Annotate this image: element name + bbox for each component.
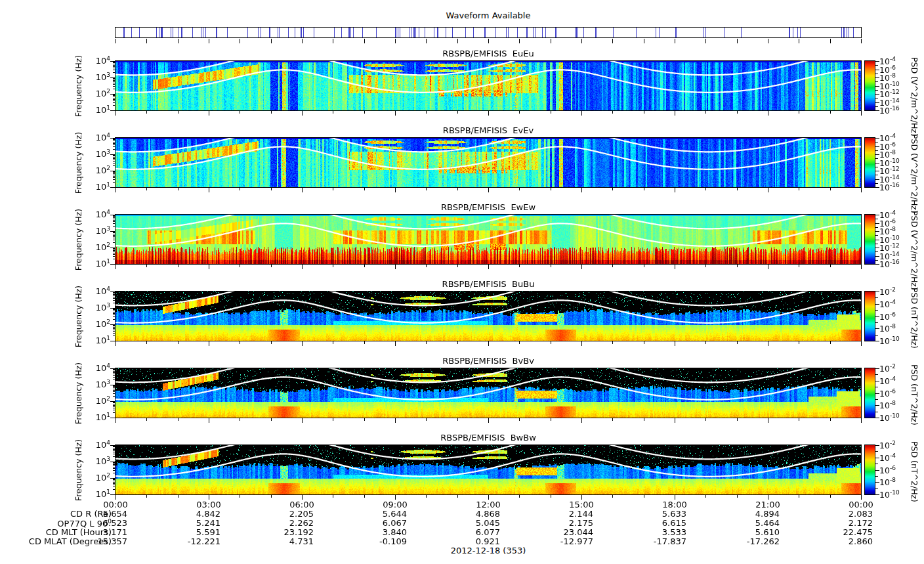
power-base: 10 [879,441,890,450]
power-exponent: -10 [890,489,900,496]
power-exponent: -8 [890,149,896,156]
power-exponent: -4 [890,209,896,216]
colorbar-tick-label: 10-16 [879,105,912,116]
ephemeris-value: 5.633 [631,509,686,519]
power-base: 10 [879,183,890,192]
colorbar-tick-label: 10-16 [879,182,912,192]
power-base: 10 [879,376,890,386]
power-exponent: 3 [106,225,110,232]
power-exponent: 1 [106,412,110,418]
colorbar-tick-label: 10-4 [879,452,912,463]
power-exponent: 4 [106,439,110,446]
freq-tick-label: 102 [81,318,110,329]
power-exponent: -2 [890,363,896,370]
colorbar-tick-label: 10-8 [879,477,912,487]
time-tick-label: 00:00 [94,500,136,510]
time-tick-label: 12:00 [467,500,509,510]
colorbar-tick-label: 10-10 [879,336,912,346]
power-base: 10 [879,401,890,410]
freq-tick-label: 101 [81,335,110,345]
power-base: 10 [879,364,890,374]
ephemeris-value: 23.044 [538,527,593,537]
freq-tick-label: 104 [81,362,110,373]
power-exponent: -6 [890,218,896,225]
ephemeris-value: 5.241 [165,518,220,528]
power-base: 10 [96,440,107,450]
power-exponent: 1 [106,181,110,188]
time-tick-label: 15:00 [560,500,602,510]
ephemeris-value: 2.175 [538,518,593,528]
freq-tick-label: 104 [81,286,110,296]
ephemeris-value: 3.840 [352,527,407,537]
colorbar [865,138,875,187]
ephemeris-value: 22.475 [818,527,873,537]
ephemeris-value: -12.221 [165,536,220,546]
power-exponent: -4 [890,56,896,62]
power-base: 10 [96,89,107,98]
power-base: 10 [96,56,107,66]
waveform-title: Waveform Available [446,11,531,20]
ephemeris-value: -15.357 [72,536,127,546]
power-exponent: -6 [890,64,896,71]
ephemeris-value: 2.205 [259,509,314,519]
freq-tick-label: 102 [81,395,110,406]
freq-tick-label: 103 [81,72,110,82]
power-base: 10 [879,490,890,500]
date-label: 2012-12-18 (353) [451,546,526,555]
power-base: 10 [879,477,890,487]
freq-tick-label: 102 [81,472,110,483]
power-exponent: -10 [890,234,900,241]
power-base: 10 [879,299,890,309]
ephemeris-value: 2.262 [259,518,314,528]
power-exponent: 3 [106,379,110,385]
ephemeris-value: 3.533 [631,527,686,537]
ephemeris-value: 4.731 [259,536,314,546]
freq-tick-label: 104 [81,132,110,142]
ephemeris-value: -17.837 [631,536,686,546]
power-base: 10 [96,286,107,296]
power-base: 10 [879,336,890,346]
power-exponent: -2 [890,440,896,446]
freq-tick-label: 102 [81,165,110,175]
ephemeris-value: 4.868 [445,509,500,519]
power-exponent: -10 [890,412,900,419]
power-base: 10 [96,363,107,373]
power-base: 10 [96,149,107,159]
power-base: 10 [879,389,890,399]
power-base: 10 [96,226,107,236]
panel-title: RBSPB/EMFISIS BuBu [442,279,535,289]
ephemeris-value: 2.172 [818,518,873,528]
freq-tick-label: 103 [81,379,110,389]
panel-title: RBSPB/EMFISIS BvBv [442,356,534,366]
power-exponent: 1 [106,335,110,341]
colorbar-tick-label: 10-10 [879,489,912,500]
colorbar-tick-label: 10-6 [879,388,912,399]
colorbar-tick-label: 10-2 [879,363,912,374]
ephemeris-value: 5.591 [165,527,220,537]
power-exponent: -8 [890,400,896,406]
power-exponent: -4 [890,452,896,459]
ephemeris-value: 6.615 [631,518,686,528]
freq-tick-label: 103 [81,456,110,466]
power-base: 10 [96,456,107,466]
time-tick-label: 00:00 [840,500,882,510]
ephemeris-value: 5.644 [352,509,407,519]
freq-tick-label: 101 [81,412,110,422]
power-exponent: -10 [890,336,900,342]
power-base: 10 [96,105,107,115]
spectrogram-canvas [116,368,861,418]
ephemeris-value: 6.067 [352,518,407,528]
ephemeris-value: 2.144 [538,509,593,519]
power-exponent: -4 [890,376,896,382]
power-base: 10 [96,72,107,82]
freq-tick-label: 103 [81,148,110,159]
power-exponent: 2 [106,88,110,95]
freq-tick-label: 101 [81,258,110,269]
power-base: 10 [879,259,890,269]
ephemeris-value: 0.921 [445,536,500,546]
freq-tick-label: 101 [81,181,110,192]
ephemeris-value: 6.523 [72,518,127,528]
power-exponent: -10 [890,158,900,164]
power-base: 10 [879,453,890,463]
power-base: 10 [96,165,107,175]
